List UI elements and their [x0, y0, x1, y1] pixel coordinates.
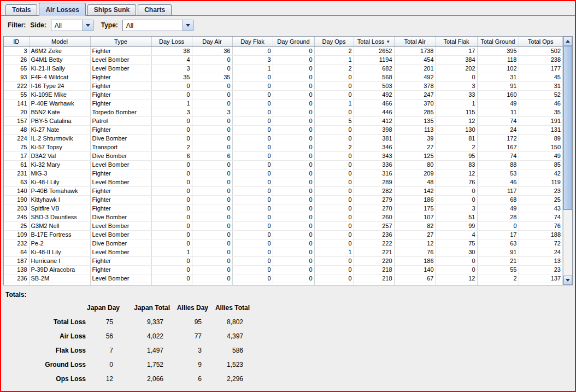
cell[interactable]: 0 [314, 186, 354, 195]
cell[interactable]: 19 [394, 283, 436, 285]
cell[interactable]: 1 [314, 99, 354, 108]
cell[interactable]: B-17E Fortress [29, 230, 90, 239]
cell[interactable]: Hurricane I [29, 256, 90, 265]
cell[interactable]: 3 [436, 204, 477, 213]
scrollbar-thumb[interactable] [563, 46, 572, 210]
cell[interactable]: 0 [232, 213, 273, 221]
cell[interactable]: 0 [192, 81, 232, 90]
cell[interactable]: 1 [436, 99, 477, 108]
cell[interactable]: 0 [232, 248, 273, 256]
column-header-total-loss[interactable]: Total Loss▼ [354, 37, 394, 46]
table-row[interactable]: 35H6K4 MavisPatrol00000213191013054 [4, 283, 563, 285]
cell[interactable]: 279 [354, 195, 394, 204]
cell[interactable]: 0 [232, 143, 273, 151]
cell[interactable]: 213 [354, 283, 394, 285]
cell[interactable]: Level Bomber [90, 64, 151, 73]
cell[interactable]: 0 [314, 81, 354, 90]
cell[interactable]: 0 [232, 256, 273, 265]
cell[interactable]: 0 [314, 221, 354, 230]
cell[interactable]: 343 [354, 151, 394, 160]
cell[interactable]: 0 [232, 99, 273, 108]
cell[interactable]: 1194 [354, 55, 394, 64]
cell[interactable]: 0 [151, 160, 192, 169]
cell[interactable]: 75 [436, 239, 477, 248]
cell[interactable]: A6M2 Zeke [29, 46, 90, 55]
cell[interactable]: 336 [354, 160, 394, 169]
column-header-type[interactable]: Type [90, 37, 151, 46]
cell[interactable]: 160 [477, 90, 519, 99]
table-row[interactable]: 75Ki-57 TopsyTransport20002346272167150 [4, 143, 563, 151]
cell[interactable]: 346 [354, 143, 394, 151]
cell[interactable]: Fighter [90, 99, 151, 108]
table-row[interactable]: 64Ki-48-II LilyLevel Bomber1000122176309… [4, 248, 563, 256]
cell[interactable]: 0 [192, 55, 232, 64]
cell[interactable]: 13 [519, 256, 563, 265]
cell[interactable]: 0 [192, 248, 232, 256]
cell[interactable]: 48 [394, 178, 436, 186]
cell[interactable]: 0 [192, 283, 232, 285]
cell[interactable]: 17 [4, 151, 29, 160]
vertical-scrollbar[interactable] [563, 37, 572, 285]
cell[interactable]: 0 [273, 73, 314, 81]
cell[interactable]: Ki-109E Mike [29, 90, 90, 99]
cell[interactable]: 135 [394, 116, 436, 125]
cell[interactable]: 48 [4, 125, 29, 134]
cell[interactable]: 0 [273, 55, 314, 64]
cell[interactable]: 245 [4, 213, 29, 221]
cell[interactable]: 0 [314, 90, 354, 99]
cell[interactable]: 46 [477, 178, 519, 186]
cell[interactable]: 49 [477, 99, 519, 108]
cell[interactable]: 0 [192, 90, 232, 99]
cell[interactable]: 236 [354, 230, 394, 239]
cell[interactable]: 209 [394, 169, 436, 178]
table-row[interactable]: 187Hurricane IFighter0000022018602113 [4, 256, 563, 265]
cell[interactable]: 0 [273, 143, 314, 151]
cell[interactable]: 0 [232, 108, 273, 116]
cell[interactable]: 0 [273, 169, 314, 178]
cell[interactable]: Dive Bomber [90, 151, 151, 160]
cell[interactable]: 186 [394, 256, 436, 265]
cell[interactable]: 10 [436, 283, 477, 285]
cell[interactable]: 1 [314, 248, 354, 256]
cell[interactable]: 218 [354, 265, 394, 274]
cell[interactable]: 0 [232, 151, 273, 160]
cell[interactable]: 0 [314, 283, 354, 285]
cell[interactable]: 130 [436, 125, 477, 134]
cell[interactable]: 0 [151, 230, 192, 239]
cell[interactable]: Kittyhawk I [29, 195, 90, 204]
cell[interactable]: PBY-5 Catalina [29, 116, 90, 125]
cell[interactable]: 0 [273, 213, 314, 221]
cell[interactable]: 282 [354, 186, 394, 195]
cell[interactable]: 125 [394, 151, 436, 160]
cell[interactable]: 0 [314, 265, 354, 274]
cell[interactable]: 3 [4, 46, 29, 55]
cell[interactable]: 247 [394, 90, 436, 99]
cell[interactable]: 0 [314, 160, 354, 169]
cell[interactable]: 3 [151, 108, 192, 116]
cell[interactable]: 0 [232, 90, 273, 99]
cell[interactable]: 0 [314, 274, 354, 283]
cell[interactable]: 0 [192, 169, 232, 178]
cell[interactable]: 502 [519, 46, 563, 55]
cell[interactable]: 381 [354, 134, 394, 143]
cell[interactable]: Level Bomber [90, 221, 151, 230]
cell[interactable]: 224 [4, 134, 29, 143]
cell[interactable]: 222 [354, 239, 394, 248]
cell[interactable]: Level Bomber [90, 55, 151, 64]
cell[interactable]: 117 [477, 186, 519, 195]
cell[interactable]: 503 [354, 81, 394, 90]
table-row[interactable]: 3A6M2 ZekeFighter38360022652173817395502 [4, 46, 563, 55]
cell[interactable]: 231 [4, 169, 29, 178]
cell[interactable]: 130 [477, 283, 519, 285]
cell[interactable]: 102 [477, 64, 519, 73]
cell[interactable]: 260 [354, 213, 394, 221]
cell[interactable]: MiG-3 [29, 169, 90, 178]
cell[interactable]: 33 [436, 90, 477, 99]
cell[interactable]: 0 [273, 186, 314, 195]
cell[interactable]: 0 [232, 265, 273, 274]
cell[interactable]: Fighter [90, 186, 151, 195]
side-combobox-arrow-button[interactable] [83, 20, 93, 31]
cell[interactable]: 0 [192, 99, 232, 108]
cell[interactable]: 0 [436, 186, 477, 195]
cell[interactable]: Level Bomber [90, 274, 151, 283]
